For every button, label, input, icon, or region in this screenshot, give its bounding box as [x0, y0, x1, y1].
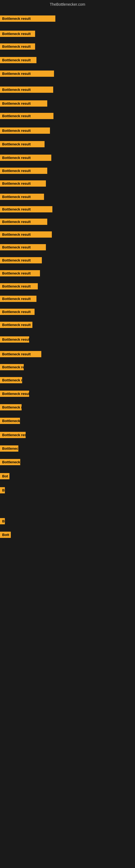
bottleneck-result-item[interactable]: Bottleneck result — [0, 377, 22, 383]
bottleneck-result-item[interactable]: Bottleneck result — [0, 113, 53, 119]
bottleneck-result-item[interactable]: Bottleneck result — [0, 155, 51, 161]
bottleneck-result-item[interactable]: Bottleneck result — [0, 100, 47, 106]
bottleneck-result-item[interactable]: Bottleneck result — [0, 391, 29, 397]
bottleneck-result-item[interactable]: Bottleneck result — [0, 283, 38, 289]
site-title: TheBottlenecker.com — [0, 0, 135, 9]
bottleneck-result-item[interactable]: Bottleneck result — [0, 270, 40, 276]
bottleneck-result-item[interactable]: Bottleneck result — [0, 57, 37, 63]
bottleneck-result-item[interactable]: Bottleneck result — [0, 180, 46, 187]
bottleneck-result-item[interactable]: Bottleneck result — [0, 167, 47, 174]
bottleneck-result-item[interactable]: Bottleneck result — [0, 418, 20, 424]
bottleneck-result-item[interactable]: Bottleneck result — [0, 16, 55, 22]
bottleneck-result-item[interactable]: Bottleneck result — [0, 309, 35, 315]
bottleneck-result-item[interactable]: Bottleneck result — [0, 206, 52, 212]
bottleneck-result-item[interactable]: B — [0, 518, 5, 524]
bottleneck-result-item[interactable]: Bottleneck result — [0, 219, 47, 225]
bottleneck-result-item[interactable]: Bottleneck result — [0, 194, 44, 200]
bottleneck-result-item[interactable]: Bottleneck result — [0, 432, 26, 438]
bottleneck-result-item[interactable]: Bottleneck result — [0, 70, 54, 77]
bottleneck-result-item[interactable]: Bottleneck result — [0, 141, 45, 147]
bottleneck-result-item[interactable]: Bot — [0, 473, 9, 479]
bottleneck-result-item[interactable]: Bottleneck result — [0, 351, 41, 357]
bottleneck-result-item[interactable]: Bottleneck — [0, 459, 20, 465]
bottleneck-result-item[interactable]: Bottlenec — [0, 445, 18, 452]
bottleneck-result-item[interactable]: Bott — [0, 532, 11, 538]
bottleneck-result-item[interactable]: Bottleneck result — [0, 364, 24, 370]
bottleneck-result-item[interactable]: Bottleneck result — [0, 127, 50, 134]
bottleneck-result-item[interactable]: Bottleneck result — [0, 404, 21, 410]
bottleneck-result-item[interactable]: Bottleneck result — [0, 87, 53, 93]
bottleneck-result-item[interactable]: Bottleneck result — [0, 231, 52, 238]
bottleneck-result-item[interactable]: Bottleneck result — [0, 43, 35, 50]
bottleneck-result-item[interactable]: Bottleneck result — [0, 257, 42, 264]
bottleneck-result-item[interactable]: Bottleneck result — [0, 244, 46, 250]
bottleneck-result-item[interactable]: Bottleneck result — [0, 296, 37, 302]
bottleneck-result-item[interactable]: Bottleneck result — [0, 322, 32, 328]
bottleneck-result-item[interactable]: Bottleneck result — [0, 31, 35, 37]
bottleneck-result-item[interactable]: B — [0, 487, 5, 493]
bottleneck-result-item[interactable]: Bottleneck result — [0, 336, 29, 343]
